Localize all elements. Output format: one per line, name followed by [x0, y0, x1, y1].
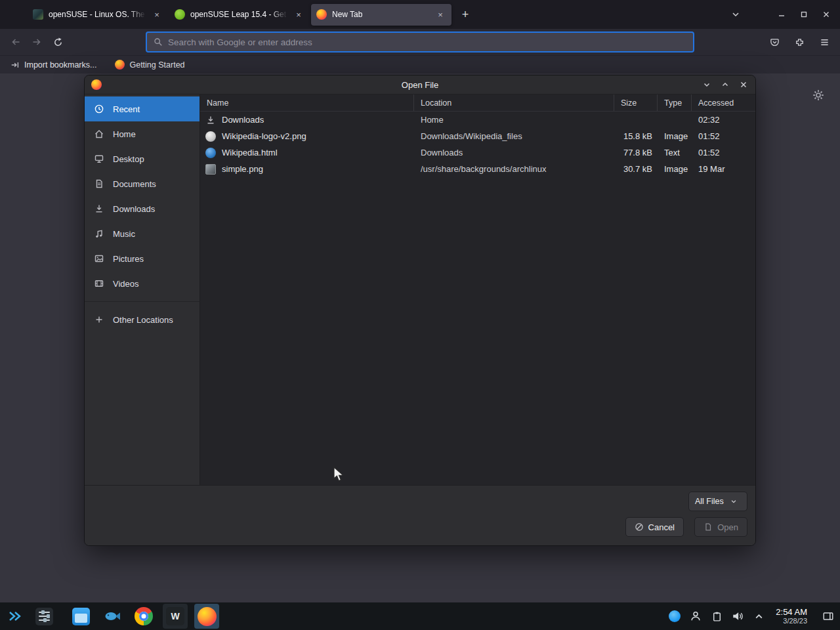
file-row-wikipedia-html[interactable]: Wikipedia.html Downloads 77.8 kB Text 01… [200, 144, 755, 161]
image-thumbnail-icon [205, 131, 216, 142]
cancel-label: Cancel [648, 522, 675, 532]
taskbar-clock[interactable]: 2:54 AM 3/28/23 [776, 607, 807, 626]
tab-bar: openSUSE - Linux OS. The × openSUSE Leap… [0, 0, 840, 29]
panel-expander-icon[interactable] [5, 604, 25, 629]
file-size: 15.8 kB [614, 131, 658, 141]
url-input[interactable] [168, 37, 686, 47]
sidebar-item-music[interactable]: Music [85, 221, 200, 246]
extensions-icon[interactable] [789, 32, 810, 52]
bookmark-getting-started[interactable]: Getting Started [115, 60, 184, 70]
file-list: Name Location Size Type Accessed Downloa… [200, 94, 755, 485]
sidebar-item-label: Pictures [113, 254, 144, 264]
url-bar[interactable] [146, 32, 694, 52]
system-tray: 2:54 AM 3/28/23 [668, 607, 835, 626]
import-icon [10, 60, 20, 70]
file-accessed: 01:52 [692, 148, 755, 158]
taskbar-w-app-icon[interactable]: W [163, 604, 188, 629]
column-header-type[interactable]: Type [658, 94, 692, 111]
sidebar-item-recent[interactable]: Recent [85, 96, 200, 121]
column-header-location[interactable]: Location [414, 94, 614, 111]
download-icon [205, 115, 216, 125]
picture-icon [94, 253, 104, 264]
tab-opensuse-home[interactable]: openSUSE - Linux OS. The × [28, 4, 168, 26]
toolbar-action-icons [764, 32, 835, 52]
file-size: 77.8 kB [614, 148, 658, 158]
sidebar-item-label: Documents [113, 179, 156, 189]
sidebar-item-downloads[interactable]: Downloads [85, 196, 200, 221]
chevron-down-icon [730, 498, 737, 505]
column-header-name[interactable]: Name [200, 94, 414, 111]
file-row-downloads[interactable]: Downloads Home 02:32 [200, 112, 755, 128]
tray-user-icon[interactable] [689, 610, 702, 623]
column-header-size[interactable]: Size [614, 94, 658, 111]
show-desktop-icon[interactable] [822, 610, 835, 623]
cancel-icon [635, 522, 644, 532]
file-location: /usr/share/backgrounds/archlinux [414, 164, 614, 174]
html-file-icon [205, 148, 216, 158]
tray-chevron-up-icon[interactable] [752, 610, 765, 623]
tab-title: openSUSE - Linux OS. The [49, 10, 146, 19]
plus-icon [94, 314, 104, 325]
file-type-filter-dropdown[interactable]: All Files [688, 492, 747, 511]
file-name: Downloads [222, 115, 264, 125]
tray-clipboard-icon[interactable] [710, 610, 723, 623]
file-location: Home [414, 115, 614, 125]
file-name: simple.png [222, 164, 263, 174]
sidebar-item-pictures[interactable]: Pictures [85, 246, 200, 271]
sidebar-item-videos[interactable]: Videos [85, 271, 200, 296]
places-sidebar: Recent Home Desktop Documents [85, 94, 200, 485]
open-button[interactable]: Open [694, 517, 747, 537]
sidebar-item-other-locations[interactable]: Other Locations [85, 307, 200, 332]
navigation-toolbar [0, 29, 840, 55]
dialog-footer: All Files Cancel Open [85, 485, 755, 545]
window-close-icon[interactable] [818, 6, 835, 23]
music-note-icon [94, 228, 104, 239]
taskbar-firefox-icon[interactable] [194, 604, 219, 629]
taskbar-settings-icon[interactable] [32, 604, 56, 629]
tab-close-icon[interactable]: × [434, 9, 446, 20]
sidebar-separator [85, 301, 200, 302]
dialog-titlebar[interactable]: Open File [85, 75, 755, 94]
taskbar-chromium-icon[interactable] [131, 604, 156, 629]
personalize-gear-icon[interactable] [812, 89, 824, 101]
bookmark-import-bookmarks[interactable]: Import bookmarks... [10, 60, 96, 70]
forward-icon[interactable] [26, 32, 47, 52]
window-minimize-icon[interactable] [773, 6, 790, 23]
pocket-icon[interactable] [764, 32, 785, 52]
cancel-button[interactable]: Cancel [625, 517, 684, 537]
close-icon[interactable] [738, 79, 749, 90]
sidebar-item-label: Downloads [113, 204, 155, 214]
back-icon[interactable] [5, 32, 26, 52]
tab-new-tab[interactable]: New Tab × [311, 4, 452, 26]
site-favicon-icon [33, 9, 43, 20]
list-all-tabs-icon[interactable] [727, 6, 744, 23]
chevron-up-icon[interactable] [720, 79, 730, 90]
file-type: Image [658, 131, 692, 141]
file-location: Downloads/Wikipedia_files [414, 131, 614, 141]
chevron-down-icon[interactable] [702, 79, 712, 90]
tab-close-icon[interactable]: × [151, 9, 163, 20]
file-size: 30.7 kB [614, 164, 658, 174]
tray-network-icon[interactable] [668, 610, 681, 623]
taskbar-fish-app-icon[interactable] [100, 604, 125, 629]
tray-volume-icon[interactable] [731, 610, 744, 623]
file-row-wikipedia-logo[interactable]: Wikipedia-logo-v2.png Downloads/Wikipedi… [200, 128, 755, 144]
reload-icon[interactable] [47, 32, 68, 52]
download-icon [94, 203, 104, 214]
menu-icon[interactable] [814, 32, 835, 52]
sidebar-item-desktop[interactable]: Desktop [85, 146, 200, 171]
opensuse-favicon-icon [175, 9, 185, 20]
file-name: Wikipedia-logo-v2.png [222, 131, 306, 141]
bookmark-label: Getting Started [129, 60, 184, 70]
new-tab-button[interactable]: + [455, 5, 475, 24]
tab-opensuse-leap[interactable]: openSUSE Leap 15.4 - Get × [169, 4, 310, 26]
monitor-icon [94, 154, 104, 164]
file-row-simple-png[interactable]: simple.png /usr/share/backgrounds/archli… [200, 161, 755, 177]
taskbar-files-icon[interactable] [68, 604, 93, 629]
tab-close-icon[interactable]: × [293, 9, 304, 20]
clock-date: 3/28/23 [776, 617, 807, 625]
column-header-accessed[interactable]: Accessed [692, 94, 755, 111]
sidebar-item-documents[interactable]: Documents [85, 171, 200, 196]
sidebar-item-home[interactable]: Home [85, 121, 200, 146]
window-maximize-icon[interactable] [795, 6, 812, 23]
